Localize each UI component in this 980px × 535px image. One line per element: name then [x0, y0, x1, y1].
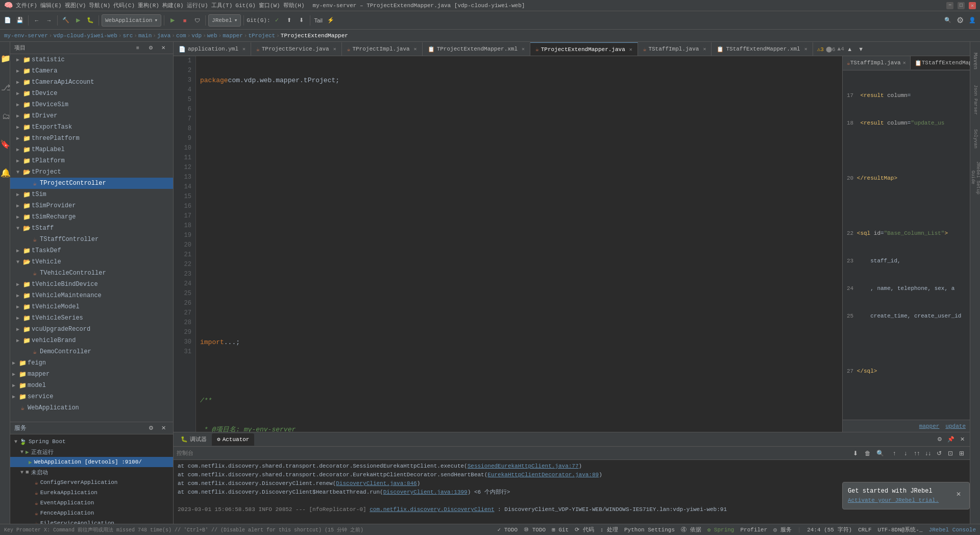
toolbar-settings[interactable]: ⚙: [954, 14, 966, 27]
console-btn-4[interactable]: ↓↓: [923, 448, 933, 458]
console-clear-btn[interactable]: 🗑: [863, 448, 873, 458]
tab-tprojectextendmapper-java[interactable]: ☕ TProjectExtendMapper.java ✕: [530, 42, 638, 56]
status-todo-count[interactable]: ⑩ TODO: [524, 526, 546, 533]
status-spring[interactable]: ✿ Spring: [707, 526, 734, 533]
tree-item-tvehiclecontroller[interactable]: ☕ TVehicleController: [10, 268, 173, 279]
console-link-3[interactable]: DiscoveryClient.java:846: [336, 480, 416, 487]
maximize-button[interactable]: □: [958, 2, 965, 9]
tree-item-tsimrecharge[interactable]: ▶ 📁 tSimRecharge: [10, 211, 173, 223]
tree-item-tvehiclebinddevice[interactable]: ▶ 📁 tVehicleBindDevice: [10, 279, 173, 290]
actuator-tab[interactable]: ⚙ Actuator: [212, 433, 254, 446]
bottom-settings-btn[interactable]: ⚙: [934, 433, 945, 446]
console-scroll-end-btn[interactable]: ⬇: [850, 448, 861, 458]
solyvan-btn[interactable]: Solyvan: [971, 124, 979, 154]
tree-settings-btn[interactable]: ⚙: [145, 42, 156, 55]
tab-tprojectimpl[interactable]: ☕ TProjectImpl.java ✕: [342, 42, 423, 56]
tree-item-tplatform[interactable]: ▶ 📁 tPlatform: [10, 155, 173, 166]
console-btn-1[interactable]: ↑: [889, 448, 899, 458]
tree-item-tvehicle[interactable]: ▼ 📂 tVehicle: [10, 256, 173, 268]
tab-tstaffimpl-right[interactable]: ☕ TStaffImpl.java ✕: [843, 56, 911, 69]
status-code[interactable]: ⟳ 代码: [575, 526, 594, 533]
toolbar-git-pull[interactable]: ⬇: [296, 14, 307, 27]
status-encoding[interactable]: UTF-8DN@系统-_: [878, 526, 923, 533]
event-item[interactable]: ☕ EventApplication: [10, 498, 173, 508]
console-btn-7[interactable]: ⊞: [957, 448, 967, 458]
tree-item-model[interactable]: ▶ 📁 model: [10, 380, 173, 391]
webapp-dropdown[interactable]: WebApplication ▾: [102, 14, 161, 27]
title-view-menu[interactable]: 视图(V): [65, 2, 86, 9]
tree-item-tprojectcontroller[interactable]: ☕ TProjectController: [10, 178, 173, 189]
status-jrebel[interactable]: JRebel Console: [929, 527, 976, 533]
tab-application-yml[interactable]: 📄 application.yml ✕: [174, 42, 251, 56]
status-git[interactable]: ⊞ Git: [552, 526, 569, 533]
tree-item-tdriver[interactable]: ▶ 📁 tDriver: [10, 110, 173, 121]
status-process[interactable]: ↕ 处理: [600, 526, 618, 533]
tree-item-tvehiclemaintenance[interactable]: ▶ 📁 tVehicleMaintenance: [10, 290, 173, 301]
toolbar-git-push[interactable]: ⬆: [284, 14, 295, 27]
console-link-5[interactable]: com.netflix.discovery.DiscoveryClient: [370, 506, 494, 513]
tab-close-icon[interactable]: ✕: [242, 46, 246, 52]
toolbar-build[interactable]: 🔨: [60, 14, 71, 27]
spring-boot-group[interactable]: ▼ 🍃 Spring Boot: [10, 436, 173, 447]
tab-tprojectextendmapper-xml[interactable]: 📋 TProjectExtendMapper.xml ✕: [423, 42, 530, 56]
console-link-2[interactable]: EurekaHttpClientDecorator.java:89: [487, 472, 599, 478]
toolbar-run[interactable]: ▶: [72, 14, 84, 27]
title-edit-menu[interactable]: 编辑(E): [40, 2, 62, 9]
close-button[interactable]: ✕: [969, 2, 976, 9]
breadcrumb-part-11[interactable]: TProjectExtendMapper: [281, 33, 348, 39]
tree-item-vehiclebrand[interactable]: ▶ 📁 vehicleBrand: [10, 335, 173, 346]
breadcrumb-part-1[interactable]: my-env-server: [4, 33, 48, 39]
tab-close-icon[interactable]: ✕: [629, 46, 632, 53]
status-basis[interactable]: ④ 依据: [681, 526, 701, 533]
running-group[interactable]: ▼ ▶ 正在运行: [10, 447, 173, 457]
toolbar-analyze[interactable]: ⚡: [325, 14, 336, 27]
toolbar-debug[interactable]: 🐛: [85, 14, 96, 27]
services-close-btn[interactable]: ✕: [158, 422, 169, 435]
jrebel-popup-link[interactable]: Activate your JRebel trial.: [848, 497, 939, 503]
console-link-4[interactable]: DiscoveryClient.java:1399: [383, 489, 468, 495]
tree-item-tdevice[interactable]: ▶ 📁 tDevice: [10, 88, 173, 99]
tree-item-mapper[interactable]: ▶ 📁 mapper: [10, 369, 173, 380]
title-build-menu[interactable]: 构建(B): [162, 2, 184, 9]
toolbar-new[interactable]: 📄: [2, 14, 13, 27]
tree-item-webapplication[interactable]: ☕ WebApplication: [10, 402, 173, 414]
code-content-area[interactable]: 1 2 3 4 5 6 7 8 9 10 11 12 13: [174, 56, 842, 432]
xml-code-view[interactable]: 17 <result column= 18 <result column="up…: [843, 70, 970, 420]
title-code-menu[interactable]: 代码(C): [113, 2, 135, 9]
tab-tprojectservice[interactable]: ☕ TProjectService.java ✕: [251, 42, 342, 56]
toolbar-search[interactable]: 🔍: [942, 14, 953, 27]
console-btn-3[interactable]: ↑↑: [912, 448, 922, 458]
jrebel-dropdown[interactable]: JRebel ▾: [208, 14, 241, 27]
tab-close-icon[interactable]: ✕: [414, 46, 417, 52]
title-git-menu[interactable]: Git(G): [235, 3, 256, 9]
tab-scroll-up[interactable]: ▲: [844, 42, 855, 56]
tree-item-tdevicesim[interactable]: ▶ 📁 tDeviceSim: [10, 99, 173, 110]
fence-item[interactable]: ☕ FenceApplication: [10, 508, 173, 518]
toolbar-run2[interactable]: ▶: [167, 14, 178, 27]
title-tools-menu[interactable]: 工具(T): [211, 2, 233, 9]
tree-item-tcamera[interactable]: ▶ 📁 tCamera: [10, 65, 173, 77]
tree-item-tvehicleseries[interactable]: ▶ 📁 tVehicleSeries: [10, 312, 173, 324]
fileservice-item[interactable]: ☕ FileServiceApplication: [10, 518, 173, 524]
tab-scroll-down[interactable]: ▼: [855, 42, 867, 56]
tree-item-tstaffcontroller[interactable]: ☕ TStaffController: [10, 234, 173, 245]
console-btn-2[interactable]: ↓: [900, 448, 911, 458]
tree-item-service[interactable]: ▶ 📁 service: [10, 391, 173, 402]
console-btn-6[interactable]: ⊡: [945, 448, 955, 458]
toolbar-forward[interactable]: →: [43, 14, 55, 27]
tree-item-tvehiclemodel[interactable]: ▶ 📁 tVehicleModel: [10, 301, 173, 312]
toolbar-tail[interactable]: Tail: [313, 14, 325, 27]
console-link-1[interactable]: SessionedEurekaHttpClient.java:77: [468, 463, 579, 469]
tab-close-icon[interactable]: ✕: [522, 46, 525, 52]
bottom-pin-btn[interactable]: 📌: [945, 433, 957, 446]
project-panel-btn[interactable]: 📁: [1, 46, 9, 71]
tree-item-tmaplabel[interactable]: ▶ 📁 tMapLabel: [10, 144, 173, 155]
title-file-menu[interactable]: 文件(F): [16, 2, 37, 9]
tree-item-tcameraapiaccount[interactable]: ▶ 📁 tCameraApiAccount: [10, 77, 173, 88]
status-python[interactable]: Python Settings: [624, 527, 675, 533]
notifications-btn[interactable]: 🔔: [1, 160, 9, 186]
title-navigate-menu[interactable]: 导航(N): [89, 2, 110, 9]
jrebel-setup-btn[interactable]: JRebel Setup Guide: [971, 157, 979, 198]
console-btn-5[interactable]: ↺: [934, 448, 944, 458]
tab-close-icon[interactable]: ✕: [703, 46, 706, 52]
